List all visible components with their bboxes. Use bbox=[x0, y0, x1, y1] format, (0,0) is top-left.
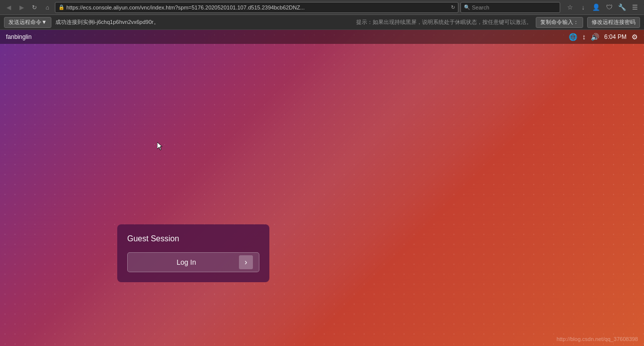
ubuntu-topbar: fanbinglin 🌐 ↕ 🔊 6:04 PM ⚙ bbox=[0, 30, 644, 44]
settings-icon[interactable]: ⚙ bbox=[632, 33, 638, 41]
watermark: http://blog.csdn.net/qq_37608398 bbox=[557, 336, 638, 342]
mouse-cursor bbox=[157, 142, 163, 151]
back-button[interactable]: ◀ bbox=[3, 2, 14, 13]
search-placeholder: Search bbox=[472, 4, 489, 10]
ubuntu-topbar-icons: 🌐 ↕ 🔊 6:04 PM ⚙ bbox=[569, 33, 638, 41]
search-bar[interactable]: 🔍 Search bbox=[460, 2, 560, 13]
ubuntu-username: fanbinglin bbox=[6, 33, 569, 40]
ubuntu-desktop[interactable]: fanbinglin 🌐 ↕ 🔊 6:04 PM ⚙ Guest Session… bbox=[0, 30, 644, 346]
hint-text: 提示：如果出现持续黑屏，说明系统处于休眠状态，按任意键可以激活。 bbox=[356, 18, 532, 26]
login-button[interactable]: Log In › bbox=[127, 252, 259, 272]
volume-icon[interactable]: 🔊 bbox=[591, 33, 599, 41]
send-command-label: 发送远程命令▼ bbox=[8, 18, 47, 26]
login-button-label: Log In bbox=[134, 258, 239, 266]
refresh-button[interactable]: ↻ bbox=[29, 2, 40, 13]
forward-button[interactable]: ▶ bbox=[16, 2, 27, 13]
browser-toolbar: ◀ ▶ ↻ ⌂ 🔒 https://ecs.console.aliyun.com… bbox=[0, 0, 644, 15]
search-icon: 🔍 bbox=[464, 4, 470, 10]
copy-command-button[interactable]: 复制命令输入： bbox=[536, 17, 583, 28]
guest-session-title: Guest Session bbox=[127, 234, 259, 243]
connection-status: 成功连接到实例i-j6chq1p6hvn2vx6pd90r。 bbox=[55, 18, 352, 26]
url-text: https://ecs.console.aliyun.com/vnc/index… bbox=[66, 4, 449, 10]
home-button[interactable]: ⌂ bbox=[42, 2, 53, 13]
network-icon[interactable]: 🌐 bbox=[569, 33, 577, 41]
send-command-button[interactable]: 发送远程命令▼ bbox=[4, 17, 51, 28]
login-arrow-icon: › bbox=[239, 255, 253, 269]
page-toolbar: 发送远程命令▼ 成功连接到实例i-j6chq1p6hvn2vx6pd90r。 提… bbox=[0, 15, 644, 30]
modify-connection-label: 修改远程连接密码 bbox=[592, 19, 636, 25]
download-button[interactable]: ↓ bbox=[577, 1, 589, 13]
bookmark-button[interactable]: ☆ bbox=[564, 1, 576, 13]
lock-icon: 🔒 bbox=[58, 4, 64, 10]
transfer-icon[interactable]: ↕ bbox=[582, 33, 586, 41]
vnc-container: fanbinglin 🌐 ↕ 🔊 6:04 PM ⚙ Guest Session… bbox=[0, 30, 644, 346]
url-bar[interactable]: 🔒 https://ecs.console.aliyun.com/vnc/ind… bbox=[55, 2, 458, 13]
extensions-button[interactable]: 🔧 bbox=[616, 1, 628, 13]
modify-connection-button[interactable]: 修改远程连接密码 bbox=[587, 17, 640, 28]
browser-chrome: ◀ ▶ ↻ ⌂ 🔒 https://ecs.console.aliyun.com… bbox=[0, 0, 644, 30]
reload-icon: ↻ bbox=[451, 4, 455, 10]
login-dialog: Guest Session Log In › bbox=[117, 224, 269, 282]
user-button[interactable]: 👤 bbox=[590, 1, 602, 13]
menu-button[interactable]: ☰ bbox=[629, 1, 641, 13]
shield-button[interactable]: 🛡 bbox=[603, 1, 615, 13]
browser-toolbar-icons: ☆ ↓ 👤 🛡 🔧 ☰ bbox=[564, 1, 641, 13]
copy-command-label: 复制命令输入： bbox=[540, 19, 579, 25]
svg-marker-0 bbox=[157, 142, 162, 150]
system-time: 6:04 PM bbox=[604, 33, 627, 40]
